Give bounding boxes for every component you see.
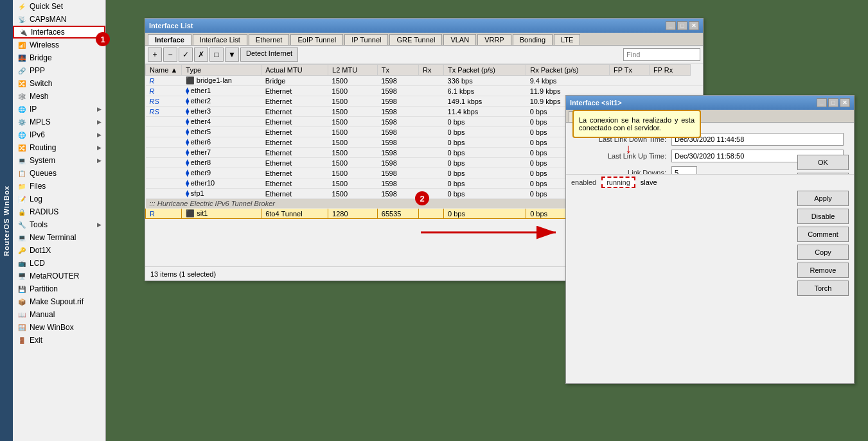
col-fp-rx[interactable]: FP Rx	[649, 65, 690, 76]
col-flag: RS	[146, 96, 182, 107]
sidebar-item-make-supout[interactable]: 📦 Make Supout.rif	[13, 295, 105, 308]
col-tx-pkt[interactable]: Tx Packet (p/s)	[444, 65, 526, 76]
sidebar-item-partition[interactable]: 💾 Partition	[13, 282, 105, 295]
col-type-val: Bridge	[261, 76, 328, 86]
col-flag: R	[146, 76, 182, 86]
sidebar-item-mpls[interactable]: ⚙️ MPLS ▶	[13, 116, 105, 128]
tab-bonding[interactable]: Bonding	[513, 34, 553, 45]
sidebar-item-queues[interactable]: 📋 Queues	[13, 167, 105, 180]
col-mtu-val: 1500	[328, 117, 378, 127]
sidebar-item-switch[interactable]: 🔀 Switch	[13, 77, 105, 90]
col-mtu-val: 1500	[328, 178, 378, 189]
col-name-val: ⬛ bridge1-lan	[182, 76, 261, 86]
maximize-button[interactable]: □	[677, 21, 687, 30]
ok-button[interactable]: OK	[797, 155, 849, 170]
col-rx-pkt[interactable]: Rx Packet (p/s)	[526, 65, 610, 76]
remove-button[interactable]: Remove	[797, 263, 849, 278]
sidebar-item-bridge[interactable]: 🌉 Bridge	[13, 51, 105, 64]
torch-button[interactable]: Torch	[797, 281, 849, 296]
sidebar-item-tools[interactable]: 🔧 Tools ▶	[13, 218, 105, 231]
partition-icon: 💾	[17, 284, 27, 294]
tab-eoip-tunnel[interactable]: EoIP Tunnel	[290, 34, 343, 45]
col-type-val: Ethernet	[261, 107, 328, 117]
sidebar-item-radius[interactable]: 🔒 RADIUS	[13, 205, 105, 218]
sidebar-item-new-winbox[interactable]: 🪟 New WinBox	[13, 321, 105, 334]
col-fp-tx[interactable]: FP Tx	[610, 65, 650, 76]
detail-maximize-button[interactable]: □	[828, 98, 838, 107]
sidebar-item-label: Exit	[30, 336, 42, 345]
bridge-icon: 🌉	[17, 53, 27, 63]
enable-button[interactable]: ✓	[179, 48, 193, 62]
tab-interface-list[interactable]: Interface List	[193, 34, 247, 45]
detect-internet-button[interactable]: Detect Internet	[240, 48, 298, 62]
sidebar-item-capsman[interactable]: 📡 CAPsMAN	[13, 13, 105, 26]
col-actual-mtu[interactable]: Actual MTU	[261, 65, 328, 76]
sidebar-item-label: PPP	[30, 66, 45, 75]
filter-button[interactable]: ▼	[225, 48, 239, 62]
sidebar-item-log[interactable]: 📝 Log	[13, 193, 105, 205]
sidebar-item-exit[interactable]: 🚪 Exit	[13, 334, 105, 347]
add-button[interactable]: +	[148, 48, 162, 62]
ppp-icon: 🔗	[17, 65, 27, 76]
sidebar-item-mesh[interactable]: 🕸️ Mesh	[13, 90, 105, 103]
tab-ethernet[interactable]: Ethernet	[249, 34, 290, 45]
remove-button[interactable]: −	[163, 48, 177, 62]
col-l2-mtu[interactable]: L2 MTU	[328, 65, 378, 76]
sidebar-item-files[interactable]: 📁 Files	[13, 180, 105, 193]
tab-ip-tunnel[interactable]: IP Tunnel	[344, 34, 388, 45]
sidebar-item-lcd[interactable]: 📺 LCD	[13, 257, 105, 270]
sidebar-item-label: MPLS	[30, 117, 51, 126]
sidebar-item-label: Switch	[30, 79, 52, 88]
col-l2mtu-val: 1598	[377, 86, 418, 96]
col-flag	[146, 189, 182, 199]
minimize-button[interactable]: _	[666, 21, 676, 30]
tab-gre-tunnel[interactable]: GRE Tunnel	[389, 34, 442, 45]
copy-button[interactable]: Copy	[797, 245, 849, 260]
sidebar-item-routing[interactable]: 🔀 Routing ▶	[13, 141, 105, 154]
col-rx[interactable]: Rx	[419, 65, 444, 76]
disable-button[interactable]: Disable	[797, 209, 849, 224]
sidebar-item-label: Routing	[30, 143, 56, 152]
close-button[interactable]: ✕	[689, 21, 699, 30]
sidebar-item-manual[interactable]: 📖 Manual	[13, 308, 105, 321]
sidebar-item-system[interactable]: 💻 System ▶	[13, 154, 105, 167]
col-l2mtu-val: 1598	[377, 168, 418, 178]
sidebar-item-ipv6[interactable]: 🌐 IPv6 ▶	[13, 128, 105, 141]
table-row[interactable]: R ⬛ bridge1-lan Bridge 1500 1598 336 bps…	[146, 76, 703, 86]
detail-close-button[interactable]: ✕	[840, 98, 850, 107]
col-tx[interactable]: Tx	[377, 65, 418, 76]
col-rx-val: 0 bps	[444, 209, 526, 219]
sidebar-item-quickset[interactable]: ⚡ Quick Set	[13, 0, 105, 13]
disable-button[interactable]: ✗	[194, 48, 208, 62]
comment-button[interactable]: Comment	[797, 227, 849, 242]
tab-vrrp[interactable]: VRRP	[477, 34, 511, 45]
copy-table-button[interactable]: □	[209, 48, 224, 62]
col-flag	[146, 158, 182, 168]
col-name[interactable]: Name ▲	[146, 65, 182, 76]
col-name-val: ⧫ ether10	[182, 178, 261, 189]
tab-interface[interactable]: Interface	[148, 34, 191, 45]
col-l2mtu-val: 1598	[377, 107, 418, 117]
col-flag	[146, 178, 182, 189]
col-type[interactable]: Type	[182, 65, 261, 76]
tab-vlan[interactable]: VLAN	[443, 34, 476, 45]
manual-icon: 📖	[17, 309, 27, 320]
tab-lte[interactable]: LTE	[554, 34, 580, 45]
sidebar-item-metarouter[interactable]: 🖥️ MetaROUTER	[13, 270, 105, 282]
sidebar-item-label: Make Supout.rif	[30, 297, 84, 306]
sidebar-item-dot1x[interactable]: 🔑 Dot1X	[13, 244, 105, 257]
radius-icon: 🔒	[17, 207, 27, 217]
sidebar-item-ppp[interactable]: 🔗 PPP	[13, 64, 105, 77]
sidebar-item-new-terminal[interactable]: 💻 New Terminal	[13, 231, 105, 244]
find-input[interactable]	[623, 48, 700, 61]
col-mtu-val: 1500	[328, 76, 378, 86]
col-mtu-val: 1500	[328, 168, 378, 178]
col-type-val: Ethernet	[261, 127, 328, 137]
sidebar-item-ip[interactable]: 🌐 IP ▶	[13, 103, 105, 116]
apply-button[interactable]: Apply	[797, 191, 849, 206]
col-type-val: Ethernet	[261, 117, 328, 127]
sidebar-item-label: Tools	[30, 220, 48, 229]
detail-minimize-button[interactable]: _	[817, 98, 827, 107]
sidebar-item-label: LCD	[30, 259, 45, 268]
col-type-val: Ethernet	[261, 96, 328, 107]
